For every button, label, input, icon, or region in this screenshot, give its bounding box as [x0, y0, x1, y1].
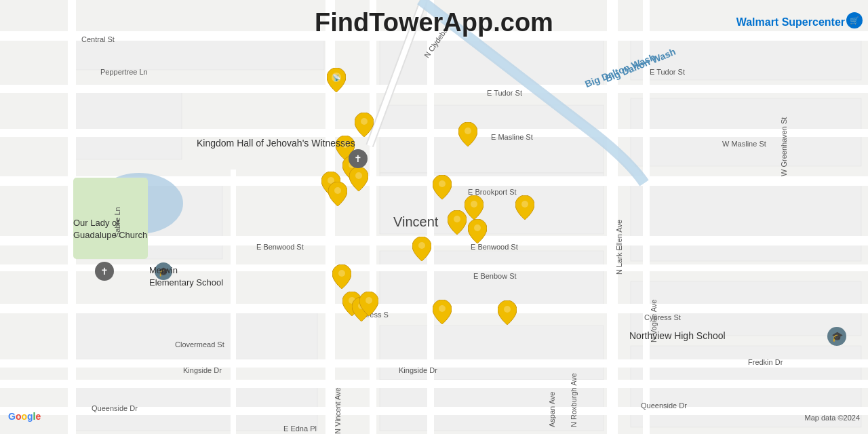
svg-rect-1: [73, 92, 182, 159]
svg-point-46: [338, 270, 345, 277]
street-n-vincent-ave: N Vincent Ave: [334, 312, 342, 434]
street-e-tudor-st-r: E Tudor St: [650, 68, 685, 76]
tower-pin-17[interactable]: [465, 195, 484, 220]
northview-high-label[interactable]: Northview High School: [629, 330, 726, 342]
svg-point-45: [334, 187, 341, 194]
tower-pin-2[interactable]: [355, 113, 374, 137]
street-e-masline-st: E Masline St: [491, 133, 533, 141]
northview-high-marker[interactable]: 🎓: [827, 327, 846, 346]
google-logo: Google: [8, 411, 41, 422]
street-fredkin-dr: Fredkin Dr: [748, 358, 783, 366]
street-w-greenhaven-st: W Greenhaven St: [780, 81, 788, 176]
tower-pin-14[interactable]: [433, 175, 452, 199]
svg-point-43: [355, 172, 362, 179]
svg-point-40: [361, 118, 368, 125]
tower-pin-16[interactable]: [468, 219, 487, 243]
svg-point-55: [471, 201, 477, 208]
street-n-roxburgh-ave: N Roxburgh Ave: [570, 326, 578, 427]
street-clovermead-st: Clovermead St: [175, 340, 224, 349]
svg-point-53: [454, 216, 460, 222]
street-aspan-ave: Aspan Ave: [548, 326, 556, 427]
tower-pin-19[interactable]: [498, 300, 517, 325]
svg-point-56: [465, 127, 471, 134]
svg-point-58: [521, 201, 528, 208]
tower-pin-13[interactable]: [433, 300, 452, 324]
svg-rect-32: [231, 170, 236, 434]
street-kingside-dr-l: Kingside Dr: [183, 366, 222, 374]
street-kingside-dr-r: Kingside Dr: [399, 366, 437, 374]
kingdom-hall-marker[interactable]: ✝: [349, 149, 368, 168]
street-e-benbow-st: E Benbow St: [473, 272, 517, 280]
app-title: FindTowerApp.com: [315, 8, 553, 37]
street-peppertree-ln: Peppertree Ln: [100, 68, 148, 76]
tower-pin-1[interactable]: 📡: [327, 68, 346, 92]
svg-point-54: [474, 224, 481, 231]
walmart-label[interactable]: Walmart Supercenter: [736, 16, 845, 28]
svg-rect-13: [631, 180, 861, 261]
tower-pin-5[interactable]: [349, 167, 368, 191]
svg-text:📡: 📡: [332, 73, 341, 82]
our-lady-label[interactable]: Our Lady ofGuadalupe Church: [73, 217, 147, 241]
tower-pin-15[interactable]: [448, 210, 467, 235]
street-w-masline-st: W Masline St: [722, 140, 766, 148]
kingdom-hall-label[interactable]: Kingdom Hall of Jehovah's Witnesses: [197, 137, 355, 150]
street-e-benwood-st-r: E Benwood St: [471, 243, 518, 251]
svg-point-51: [439, 305, 446, 312]
street-n-vogue-ave: N Vogue Ave: [650, 241, 658, 342]
tower-pin-12[interactable]: [412, 237, 431, 261]
street-e-benwood-st-l: E Benwood St: [256, 243, 304, 251]
tower-pin-11[interactable]: [359, 292, 378, 316]
tower-pin-7[interactable]: [328, 182, 347, 206]
street-queenside-dr-r: Queenside Dr: [641, 401, 687, 410]
street-e-edna-pl: E Edna Pl: [283, 425, 317, 433]
tower-pin-18[interactable]: [458, 122, 477, 146]
street-n-lark-ellen-ave: N Lark Ellen Ave: [615, 105, 623, 275]
street-central-st: Central St: [81, 35, 115, 43]
walmart-icon[interactable]: 🛒: [846, 12, 863, 28]
our-lady-marker[interactable]: ✝: [95, 262, 114, 281]
vincent-label: Vincent: [393, 214, 438, 230]
tower-pin-20[interactable]: [515, 195, 534, 220]
svg-point-49: [366, 297, 372, 304]
merwin-school-label[interactable]: MerwinElementary School: [149, 264, 223, 288]
tower-pin-8[interactable]: [332, 264, 351, 289]
map-container: Central St Peppertree Ln E Tudor St E Tu…: [0, 0, 868, 434]
svg-point-50: [418, 242, 425, 249]
street-e-tudor-st: E Tudor St: [487, 89, 522, 97]
svg-point-57: [504, 306, 511, 313]
street-queenside-dr: Queenside Dr: [92, 404, 138, 412]
svg-rect-27: [370, 0, 376, 434]
svg-point-52: [439, 180, 446, 187]
map-data-label: Map data ©2024: [805, 414, 861, 422]
